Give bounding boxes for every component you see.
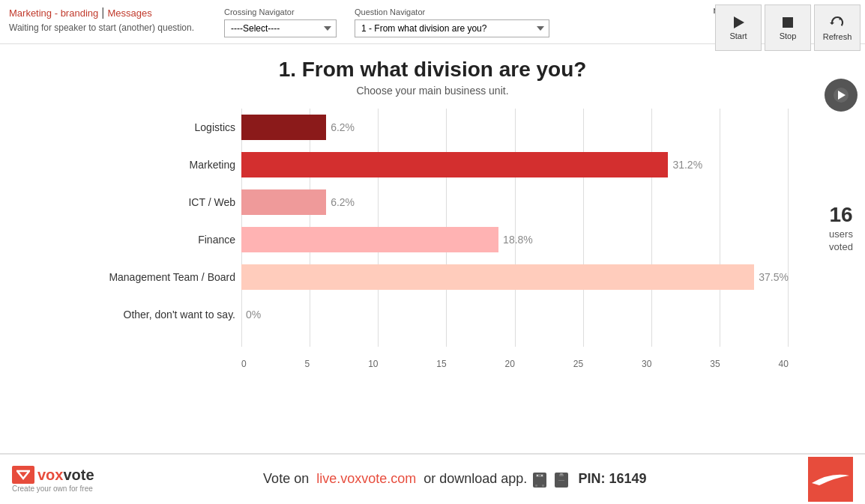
nav-separator: | <box>101 6 104 19</box>
apple-icon <box>555 473 568 488</box>
bar-label: Finance <box>198 221 235 258</box>
crossing-navigator-select[interactable]: ----Select---- <box>224 19 337 37</box>
question-subtitle: Choose your main business unit. <box>15 85 850 97</box>
users-label: usersvoted <box>829 228 853 254</box>
bar-row: 37.5% <box>241 258 789 296</box>
svg-rect-10 <box>542 485 544 487</box>
users-count: 16 <box>829 201 853 228</box>
stop-button[interactable]: Stop <box>765 4 811 51</box>
question-title: 1. From what division are you? <box>15 58 850 82</box>
question-navigator-group: Question Navigator 1 - From what divisio… <box>355 7 549 37</box>
x-axis-tick: 40 <box>779 359 789 369</box>
svg-point-7 <box>537 475 538 476</box>
svg-rect-5 <box>534 476 546 485</box>
x-axis-tick: 30 <box>642 359 651 369</box>
bar <box>241 152 668 177</box>
bar-label: Marketing <box>190 146 235 183</box>
create-own-text: Create your own for free <box>12 485 93 493</box>
vote-text: vote <box>63 467 94 483</box>
crossing-navigator-group: Crossing Navigator ----Select---- <box>224 7 337 37</box>
navigators: Crossing Navigator ----Select---- Questi… <box>224 7 549 37</box>
bar-pct-label: 6.2% <box>331 196 355 208</box>
crossing-navigator-label: Crossing Navigator <box>224 7 337 16</box>
vox-text: vox <box>37 467 63 483</box>
refresh-label: Refresh <box>823 32 852 41</box>
svg-marker-4 <box>17 471 29 479</box>
bar <box>241 227 498 252</box>
users-voted: 16 usersvoted <box>829 201 853 254</box>
svg-rect-1 <box>783 17 793 28</box>
next-arrow-button[interactable] <box>825 79 858 112</box>
bar-pct-label: 37.5% <box>759 271 789 283</box>
chart-labels: LogisticsMarketingICT / WebFinanceManage… <box>76 109 241 369</box>
start-label: Start <box>729 31 747 40</box>
nike-swoosh-icon <box>812 472 849 487</box>
bar-pct-label: 0% <box>246 309 261 321</box>
right-panel: 16 usersvoted <box>825 79 858 254</box>
bar-pct-label: 18.8% <box>503 234 533 246</box>
x-axis-tick: 0 <box>241 359 247 369</box>
x-axis-tick: 10 <box>368 359 378 369</box>
nike-logo <box>808 457 853 502</box>
vox-logo-icon <box>16 470 30 480</box>
svg-marker-0 <box>734 16 744 28</box>
bar-label: Logistics <box>195 109 235 146</box>
voxvote-logo: voxvote <box>12 466 94 484</box>
bar-row: 6.2% <box>241 183 789 221</box>
vote-url-link[interactable]: live.voxvote.com <box>316 471 416 486</box>
bar-label: Other, don't want to say. <box>124 296 236 333</box>
question-navigator-select[interactable]: 1 - From what division are you? <box>355 19 549 37</box>
svg-rect-13 <box>560 473 563 475</box>
bar <box>241 189 326 215</box>
android-icon <box>533 473 546 488</box>
svg-rect-14 <box>558 480 564 481</box>
refresh-icon <box>830 15 845 30</box>
controls: Start Stop Refresh <box>715 4 861 51</box>
bar <box>241 115 326 140</box>
question-navigator-label: Question Navigator <box>355 7 549 16</box>
vox-icon <box>12 466 34 484</box>
x-axis: 0510152025303540 <box>241 356 789 369</box>
x-axis-tick: 20 <box>505 359 515 369</box>
voxvote-brand: voxvote Create your own for free <box>12 466 94 493</box>
footer-text: Vote on live.voxvote.com or download app… <box>109 471 801 487</box>
bar-pct-label: 31.2% <box>672 159 702 171</box>
waiting-text: Waiting for speaker to start (another) q… <box>9 22 194 33</box>
bar-row: 6.2% <box>241 109 789 146</box>
chart-area: 6.2%31.2%6.2%18.8%37.5%0% 05101520253035… <box>241 109 789 369</box>
bar-row: 31.2% <box>241 146 789 183</box>
bar-label: Management Team / Board <box>109 258 235 296</box>
svg-rect-9 <box>535 485 537 487</box>
messages-link[interactable]: Messages <box>107 7 151 19</box>
x-axis-tick: 35 <box>710 359 720 369</box>
branding-link[interactable]: Marketing - branding <box>9 7 98 19</box>
vote-mid-text: or download app. <box>424 471 527 486</box>
chart-container: LogisticsMarketingICT / WebFinanceManage… <box>76 109 789 369</box>
x-axis-tick: 25 <box>573 359 583 369</box>
play-icon <box>732 16 745 29</box>
svg-point-8 <box>541 475 543 476</box>
x-axis-tick: 5 <box>305 359 310 369</box>
bar <box>241 264 754 290</box>
x-axis-tick: 15 <box>436 359 446 369</box>
bar-label: ICT / Web <box>188 183 235 221</box>
bar-row: 18.8% <box>241 221 789 258</box>
bar-pct-label: 6.2% <box>331 121 355 133</box>
vote-pre-text: Vote on <box>263 471 309 486</box>
pin-text: PIN: 16149 <box>578 471 646 486</box>
header: Marketing - branding | Messages Waiting … <box>0 0 865 44</box>
right-arrow-icon <box>833 87 849 103</box>
stop-icon <box>781 16 795 29</box>
refresh-button[interactable]: Refresh <box>814 4 861 51</box>
voxvote-name: voxvote <box>37 467 94 484</box>
footer: voxvote Create your own for free Vote on… <box>0 453 865 504</box>
bar-row: 0% <box>241 296 789 333</box>
nav-links: Marketing - branding | Messages Waiting … <box>9 6 194 33</box>
start-button[interactable]: Start <box>715 4 762 51</box>
stop-label: Stop <box>780 31 797 40</box>
main-content: 1. From what division are you? Choose yo… <box>0 44 865 369</box>
bars: 6.2%31.2%6.2%18.8%37.5%0% <box>241 109 789 356</box>
